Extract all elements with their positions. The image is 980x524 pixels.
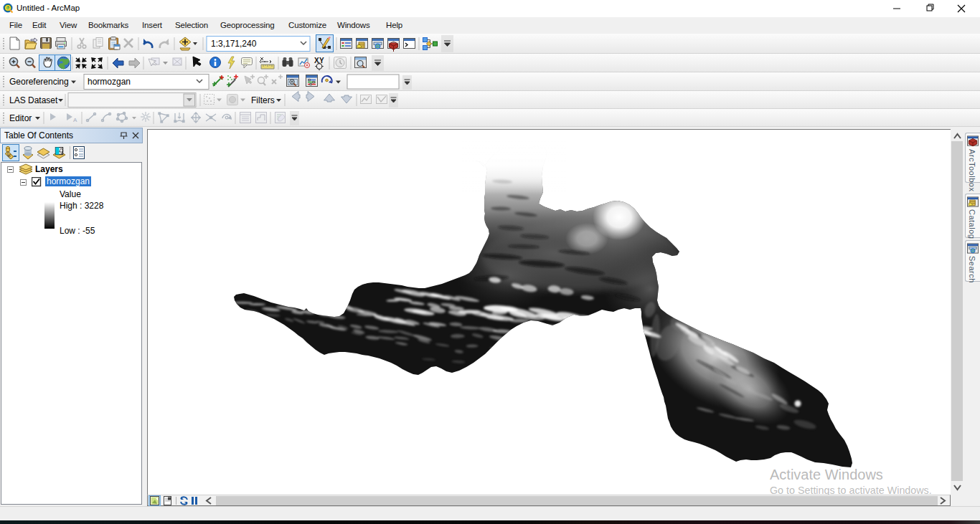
svg-text:1:3,171,240: 1:3,171,240: [211, 39, 257, 49]
svg-text:Georeferencing: Georeferencing: [9, 77, 69, 87]
svg-text:LAS Dataset: LAS Dataset: [9, 95, 58, 105]
svg-text:hormozgan: hormozgan: [88, 77, 131, 87]
svg-text:A: A: [73, 117, 77, 123]
svg-text:Filters: Filters: [251, 95, 275, 105]
svg-text:Editor: Editor: [9, 113, 32, 123]
